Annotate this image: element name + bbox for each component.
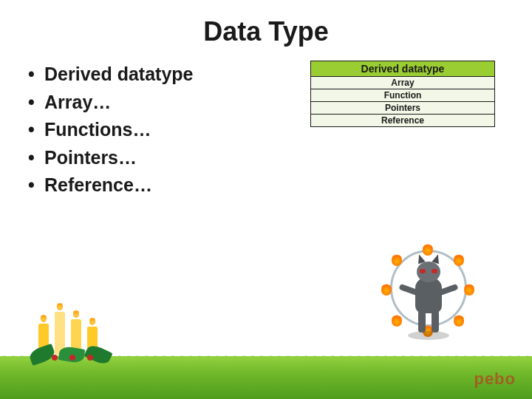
candles-icon (30, 310, 111, 369)
list-item: Reference… (28, 171, 265, 200)
slide-title: Data Type (0, 16, 532, 47)
character-icon (377, 244, 480, 347)
list-item: Functions… (28, 116, 265, 144)
list-item: Pointers… (28, 144, 265, 172)
table-row: Pointers (311, 102, 495, 115)
table-row: Array (311, 77, 495, 89)
table-row: Function (311, 89, 495, 102)
bullet-list: Derived datatype Array… Functions… Point… (28, 61, 265, 200)
list-item: Derived datatype (28, 61, 265, 89)
table-header: Derived datatype (311, 61, 495, 77)
list-item: Array… (28, 89, 265, 117)
slide: Data Type Derived datatype Array… Functi… (0, 0, 532, 399)
watermark: pebo (474, 369, 516, 389)
table-row: Reference (311, 115, 495, 127)
derived-table: Derived datatype Array Function Pointers… (310, 61, 495, 127)
